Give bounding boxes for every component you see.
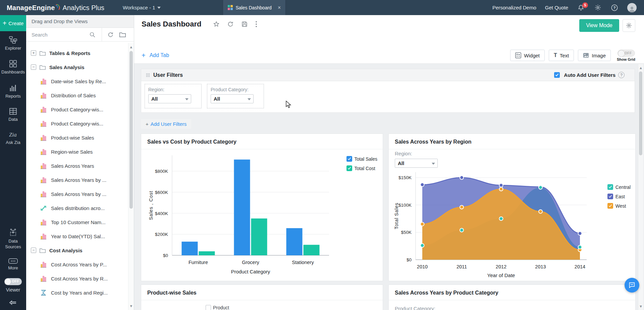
tree-scrollbar[interactable]: ▲ ▼ <box>128 43 134 310</box>
bar-stationery-total-sales[interactable] <box>286 228 303 255</box>
point-west-2010[interactable] <box>421 222 424 226</box>
bar-stationery-total-cost[interactable] <box>304 245 320 255</box>
image-button[interactable]: Image <box>578 50 611 61</box>
tree-report-date-wise-sales-by-re-[interactable]: Date-wise Sales by Re... <box>26 74 128 88</box>
tree-report-sales-distribution-acro-[interactable]: Sales distribution acro... <box>26 201 128 215</box>
collapse-sidebar-button[interactable] <box>9 299 17 306</box>
tab-sales-dashboard[interactable]: Sales Dashboard × <box>223 0 286 15</box>
point-central-2012[interactable] <box>499 217 503 220</box>
tree-report-top-10-customer-nam-[interactable]: Top 10 Customer Nam... <box>26 215 128 229</box>
sidebar-item-more[interactable]: More <box>0 254 26 275</box>
point-east-2011[interactable] <box>460 176 464 179</box>
personalized-demo-link[interactable]: Personalized Demo <box>492 5 536 10</box>
viewer-toggle[interactable]: OFF <box>4 278 22 285</box>
user-avatar[interactable] <box>627 3 637 12</box>
folder-view-icon[interactable] <box>119 32 126 38</box>
point-central-2014[interactable] <box>578 245 582 249</box>
point-west-2013[interactable] <box>539 210 542 213</box>
drag-handle-icon[interactable] <box>146 73 150 77</box>
scroll-down-icon[interactable]: ▼ <box>128 304 134 308</box>
add-tab-button[interactable]: + Add Tab <box>142 52 169 59</box>
legend-checkbox[interactable] <box>346 165 352 171</box>
tree-report-year-to-date-ytd-sal-[interactable]: Year to Date(YTD) Sal... <box>26 229 128 243</box>
point-east-2012[interactable] <box>499 184 503 187</box>
legend-item-central[interactable]: Central <box>607 184 631 190</box>
scroll-up-icon[interactable]: ▲ <box>638 66 643 70</box>
view-mode-button[interactable]: View Mode <box>579 19 619 32</box>
bar-grocery-total-sales[interactable] <box>234 160 250 255</box>
legend-item-total-sales[interactable]: Total Sales <box>346 156 377 162</box>
checkbox-icon[interactable] <box>206 305 211 310</box>
collapse-node-icon[interactable]: − <box>31 248 36 253</box>
tree-report-region-wise-sales[interactable]: Region-wise Sales <box>26 145 128 159</box>
point-west-2011[interactable] <box>460 205 464 209</box>
close-icon[interactable]: × <box>278 5 281 10</box>
legend-item-east[interactable]: East <box>607 194 631 199</box>
sidebar-item-explorer[interactable]: Explorer <box>0 31 26 55</box>
tree-report-distribution-of-sales[interactable]: Distribution of Sales <box>26 88 128 102</box>
tree-folder-cost-analysis[interactable]: −Cost Analysis <box>26 243 128 257</box>
legend-item-west[interactable]: West <box>607 203 631 209</box>
tree-report-cost-across-years-by-p-[interactable]: Cost Across Years by P... <box>26 257 128 271</box>
sidebar-item-data-sources[interactable]: Data Sources <box>0 223 26 254</box>
bar-furniture-total-cost[interactable] <box>199 251 215 255</box>
workspace-switcher[interactable]: Workspace - 1 <box>123 5 161 10</box>
sidebar-item-data[interactable]: Data <box>0 103 26 126</box>
point-central-2010[interactable] <box>421 244 424 247</box>
save-icon[interactable] <box>241 21 248 28</box>
sidebar-item-dashboards[interactable]: Dashboards <box>0 55 26 79</box>
sidebar-item-ask-zia[interactable]: ZiaAsk Zia <box>0 126 26 149</box>
refresh-views-icon[interactable] <box>107 32 114 38</box>
area-chart[interactable]: $0$50K$100K$150K20102011201220132014Year… <box>391 168 633 280</box>
help-icon[interactable]: ? <box>618 72 625 78</box>
help-button[interactable]: ? <box>610 4 619 12</box>
more-options-icon[interactable] <box>255 21 257 28</box>
sidebar-item-reports[interactable]: Reports <box>0 79 26 103</box>
legend-checkbox[interactable] <box>607 184 613 190</box>
add-user-filters-button[interactable]: + Add User Filters <box>141 119 191 129</box>
notifications-button[interactable]: 5 <box>577 4 585 12</box>
refresh-dashboard-icon[interactable] <box>227 21 234 28</box>
favorite-star-icon[interactable] <box>213 21 220 28</box>
tree-report-product-category-wis-[interactable]: Product Category-wis... <box>26 116 128 131</box>
tree-scrollbar-thumb[interactable] <box>129 51 133 209</box>
main-scrollbar[interactable]: ▲ ▼ <box>638 64 643 310</box>
region-select[interactable]: All <box>395 159 438 168</box>
point-west-2012[interactable] <box>499 187 503 191</box>
bar-furniture-total-sales[interactable] <box>182 242 198 255</box>
filter-select[interactable]: All <box>211 94 254 103</box>
bar-chart[interactable]: $0$200K$400K$600K$800KFurnitureGrocerySt… <box>145 152 379 279</box>
collapse-node-icon[interactable]: − <box>31 64 36 70</box>
tree-report-cost-across-years-by-r-[interactable]: Cost Across Years by R... <box>26 271 128 286</box>
point-central-2013[interactable] <box>539 186 542 189</box>
expand-node-icon[interactable]: + <box>31 50 36 56</box>
tree-report-product-wise-sales[interactable]: Product-wise Sales <box>26 131 128 145</box>
get-quote-link[interactable]: Get Quote <box>545 5 568 10</box>
point-east-2014[interactable] <box>578 231 582 235</box>
tree-report-sales-across-years-by-[interactable]: Sales Across Years by ... <box>26 173 128 187</box>
main-scrollbar-thumb[interactable] <box>639 71 642 155</box>
widget-button[interactable]: Widget <box>510 50 545 61</box>
legend-checkbox[interactable] <box>346 156 352 162</box>
chat-fab-button[interactable] <box>625 278 639 293</box>
legend-checkbox[interactable] <box>607 203 613 209</box>
point-central-2011[interactable] <box>460 228 464 232</box>
brand-logo[interactable]: ManageEngine Analytics Plus <box>7 3 104 12</box>
point-east-2010[interactable] <box>421 183 424 187</box>
legend-checkbox[interactable] <box>607 194 613 199</box>
scroll-down-icon[interactable]: ▼ <box>638 304 643 308</box>
settings-button[interactable] <box>594 4 602 12</box>
bar-grocery-total-cost[interactable] <box>251 218 267 255</box>
tree-report-cost-by-years-and-regi-[interactable]: Cost by Years and Regi... <box>26 286 128 300</box>
search-input[interactable] <box>26 32 87 38</box>
auto-add-checkbox[interactable] <box>554 72 560 78</box>
filter-select[interactable]: All <box>148 94 191 103</box>
show-grid-toggle[interactable]: OFF <box>618 50 635 57</box>
legend-item-total-cost[interactable]: Total Cost <box>346 165 377 171</box>
tree-report-product-category-wis-[interactable]: Product Category-wis... <box>26 102 128 116</box>
dashboard-settings-button[interactable] <box>623 19 635 32</box>
text-button[interactable]: T Text <box>549 50 574 61</box>
tree-folder-tables-reports[interactable]: +Tables & Reports <box>26 46 128 60</box>
scroll-up-icon[interactable]: ▲ <box>128 45 134 49</box>
tree-report-sales-across-years[interactable]: Sales Across Years <box>26 159 128 173</box>
